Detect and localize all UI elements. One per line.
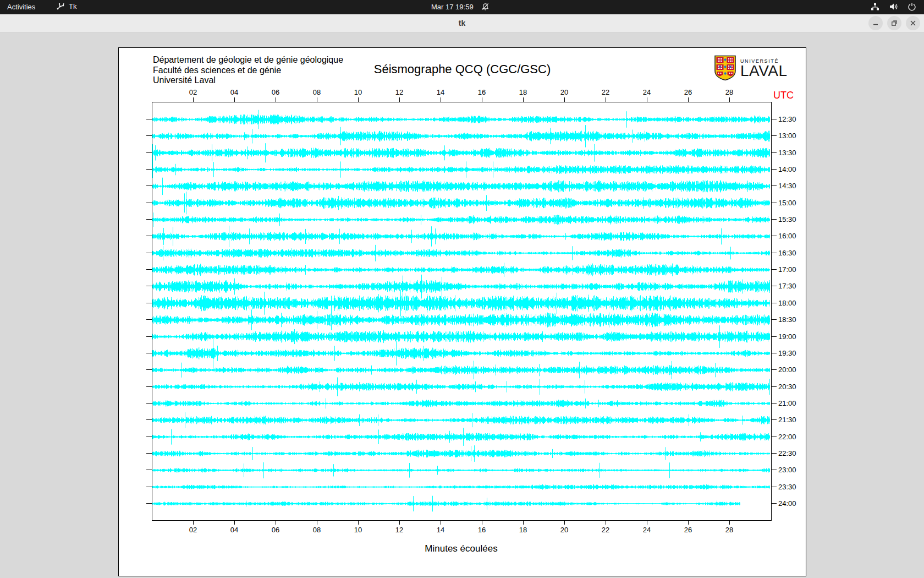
x-tick-label-bottom: 10 xyxy=(349,526,367,534)
trace-time-label: 16:00 xyxy=(778,232,796,240)
x-tick-top xyxy=(688,97,689,102)
x-tick-top xyxy=(564,97,565,102)
trace-tick-left xyxy=(146,419,152,420)
trace-tick-right xyxy=(771,303,777,303)
trace-time-label: 13:00 xyxy=(778,132,796,140)
trace-tick-left xyxy=(146,269,152,270)
x-tick-label-top: 20 xyxy=(555,88,574,96)
x-tick-label-top: 18 xyxy=(514,88,532,96)
trace-tick-left xyxy=(146,503,152,504)
notifications-muted-icon[interactable] xyxy=(481,3,490,11)
trace-time-label: 17:00 xyxy=(778,265,796,274)
trace-tick-left xyxy=(146,236,152,236)
trace-time-label: 20:00 xyxy=(778,366,796,374)
x-tick-label-bottom: 08 xyxy=(307,526,326,534)
x-tick-bottom xyxy=(234,520,235,525)
trace-tick-left xyxy=(146,437,152,437)
trace-time-label: 24:00 xyxy=(778,499,796,508)
trace-tick-right xyxy=(771,219,777,220)
x-tick-label-bottom: 22 xyxy=(596,526,615,534)
trace-time-label: 22:30 xyxy=(778,449,796,457)
x-tick-top xyxy=(276,97,276,102)
close-button[interactable] xyxy=(906,16,920,30)
x-tick-label-top: 10 xyxy=(349,88,367,96)
x-tick-top xyxy=(441,97,441,102)
x-axis-title: Minutes écoulées xyxy=(152,543,771,554)
x-tick-bottom xyxy=(647,520,647,525)
taskbar-app-tk[interactable]: Tk xyxy=(57,2,76,10)
trace-tick-left xyxy=(146,336,152,337)
trace-tick-left xyxy=(146,470,152,470)
x-tick-bottom xyxy=(564,520,565,525)
minimize-button[interactable] xyxy=(868,16,883,30)
x-tick-label-top: 24 xyxy=(637,88,656,96)
trace-tick-right xyxy=(771,419,777,420)
trace-tick-right xyxy=(771,437,777,437)
trace-tick-right xyxy=(771,503,777,504)
x-tick-bottom xyxy=(193,520,194,525)
x-tick-label-bottom: 04 xyxy=(225,526,244,534)
trace-tick-right xyxy=(771,403,777,403)
x-tick-label-bottom: 12 xyxy=(390,526,409,534)
logo-text-laval: LAVAL xyxy=(740,64,788,78)
system-status-area[interactable] xyxy=(871,2,916,11)
x-tick-label-bottom: 14 xyxy=(431,526,450,534)
trace-time-label: 13:30 xyxy=(778,149,796,157)
trace-tick-left xyxy=(146,119,152,119)
desktop: Activities Tk Mar 17 19:59 xyxy=(0,0,924,578)
clock[interactable]: Mar 17 19:59 xyxy=(431,3,474,11)
trace-tick-right xyxy=(771,353,777,353)
activities-button[interactable]: Activities xyxy=(7,3,35,11)
trace-time-label: 22:00 xyxy=(778,433,796,441)
x-tick-label-bottom: 26 xyxy=(679,526,697,534)
x-tick-label-top: 06 xyxy=(266,88,285,96)
window-title: tk xyxy=(0,19,924,28)
trace-tick-right xyxy=(771,119,777,119)
trace-tick-left xyxy=(146,219,152,220)
trace-tick-left xyxy=(146,369,152,370)
trace-tick-right xyxy=(771,336,777,337)
trace-tick-right xyxy=(771,269,777,270)
laval-shield-icon xyxy=(714,55,736,81)
x-tick-bottom xyxy=(276,520,276,525)
x-tick-top xyxy=(193,97,194,102)
x-tick-label-top: 04 xyxy=(225,88,244,96)
x-tick-label-top: 08 xyxy=(307,88,326,96)
x-tick-top xyxy=(234,97,235,102)
x-tick-label-top: 02 xyxy=(184,88,202,96)
x-tick-bottom xyxy=(482,520,482,525)
trace-tick-left xyxy=(146,169,152,170)
trace-tick-left xyxy=(146,453,152,454)
network-wired-icon xyxy=(871,2,879,11)
tk-app-icon xyxy=(57,2,65,10)
trace-tick-right xyxy=(771,286,777,286)
universite-laval-logo: UNIVERSITÉ LAVAL xyxy=(714,55,788,81)
tk-app-label: Tk xyxy=(69,2,76,10)
x-tick-label-top: 26 xyxy=(679,88,697,96)
x-tick-label-bottom: 06 xyxy=(266,526,285,534)
trace-time-label: 12:30 xyxy=(778,115,796,123)
x-tick-top xyxy=(729,97,730,102)
trace-tick-left xyxy=(146,403,152,403)
trace-tick-right xyxy=(771,453,777,454)
trace-tick-left xyxy=(146,203,152,203)
x-tick-bottom xyxy=(441,520,441,525)
trace-time-label: 21:30 xyxy=(778,416,796,424)
trace-tick-right xyxy=(771,236,777,236)
x-tick-bottom xyxy=(523,520,524,525)
trace-tick-right xyxy=(771,152,777,153)
trace-time-label: 16:30 xyxy=(778,249,796,257)
trace-tick-right xyxy=(771,470,777,470)
restore-button[interactable] xyxy=(887,16,901,30)
trace-tick-right xyxy=(771,135,777,136)
x-tick-top xyxy=(647,97,647,102)
trace-tick-left xyxy=(146,353,152,353)
trace-time-label: 19:30 xyxy=(778,349,796,357)
x-tick-top xyxy=(399,97,400,102)
trace-tick-left xyxy=(146,386,152,387)
x-tick-top xyxy=(606,97,606,102)
x-tick-label-bottom: 02 xyxy=(184,526,202,534)
trace-time-label: 15:30 xyxy=(778,215,796,223)
x-tick-label-top: 14 xyxy=(431,88,450,96)
x-tick-top xyxy=(317,97,317,102)
